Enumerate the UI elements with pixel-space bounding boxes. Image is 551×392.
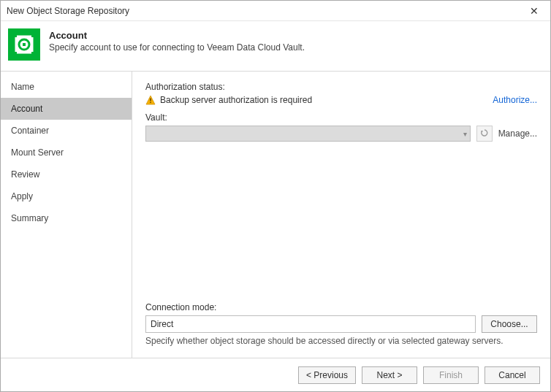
wizard-sidebar: Name Account Container Mount Server Revi… (1, 72, 132, 358)
refresh-icon (480, 128, 489, 139)
footer: < Previous Next > Finish Cancel (1, 358, 550, 391)
svg-rect-4 (31, 34, 35, 37)
sidebar-item-mount-server[interactable]: Mount Server (1, 142, 132, 164)
connection-help-text: Specify whether object storage should be… (145, 336, 537, 346)
auth-status-row: Backup server authorization is required … (145, 95, 537, 105)
warning-icon (145, 95, 156, 105)
body: Name Account Container Mount Server Revi… (1, 72, 550, 358)
header-text: Account Specify account to use for conne… (49, 28, 305, 53)
title-bar: New Object Storage Repository ✕ (1, 1, 550, 21)
auth-status-message: Backup server authorization is required (160, 95, 488, 105)
close-icon: ✕ (530, 5, 539, 17)
svg-rect-2 (23, 43, 26, 46)
manage-link[interactable]: Manage... (498, 128, 537, 139)
svg-rect-5 (13, 52, 17, 55)
finish-button: Finish (423, 366, 479, 384)
sidebar-item-apply[interactable]: Apply (1, 185, 132, 207)
svg-rect-8 (150, 99, 151, 101)
previous-button[interactable]: < Previous (298, 366, 356, 384)
svg-rect-3 (13, 34, 17, 37)
connection-mode-field: Direct (145, 315, 476, 333)
vault-dropdown[interactable]: ▾ (145, 126, 471, 142)
connection-mode-row: Direct Choose... (145, 315, 537, 333)
sidebar-item-review[interactable]: Review (1, 164, 132, 185)
vault-row: ▾ Manage... (145, 126, 537, 142)
cancel-button[interactable]: Cancel (484, 366, 540, 384)
auth-status-label: Authorization status: (145, 82, 537, 92)
connection-mode-label: Connection mode: (145, 302, 537, 312)
connection-mode-value: Direct (151, 319, 173, 329)
sidebar-item-summary[interactable]: Summary (1, 207, 132, 229)
sidebar-item-account[interactable]: Account (1, 98, 132, 120)
chevron-down-icon: ▾ (463, 130, 467, 138)
svg-rect-6 (31, 52, 35, 55)
header-title: Account (49, 30, 305, 41)
authorize-link[interactable]: Authorize... (493, 95, 537, 105)
main-panel: Authorization status: Backup server auth… (132, 72, 550, 358)
choose-button[interactable]: Choose... (482, 315, 537, 333)
svg-rect-9 (150, 102, 151, 103)
next-button[interactable]: Next > (362, 366, 417, 384)
header-subtitle: Specify account to use for connecting to… (49, 42, 305, 53)
sidebar-item-name[interactable]: Name (1, 76, 132, 98)
header: Account Specify account to use for conne… (1, 21, 550, 72)
refresh-button[interactable] (476, 126, 493, 142)
close-button[interactable]: ✕ (524, 2, 544, 20)
sidebar-item-container[interactable]: Container (1, 120, 132, 142)
repository-icon (8, 28, 40, 61)
vault-label: Vault: (145, 112, 537, 123)
window-title: New Object Storage Repository (7, 6, 524, 16)
